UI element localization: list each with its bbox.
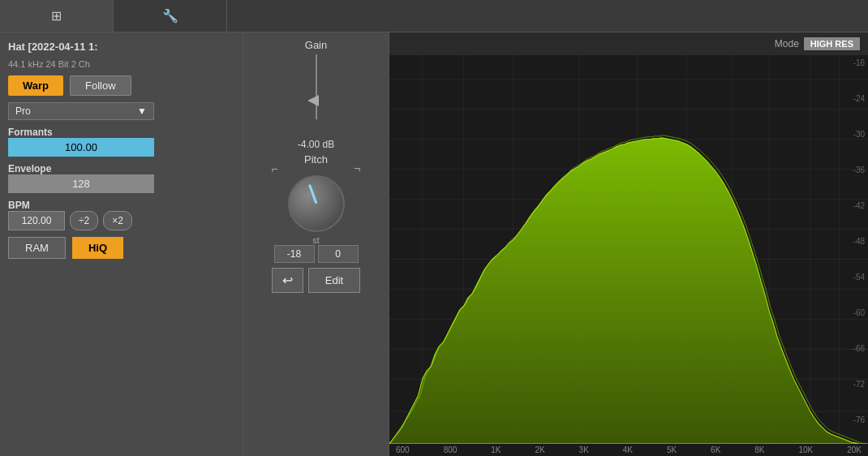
tune-icon: 🔧 xyxy=(162,8,178,24)
divide-button[interactable]: ÷2 xyxy=(70,211,98,230)
spectrum-canvas: -16 -24 -30 -36 -42 -48 -54 -60 -66 -72 … xyxy=(389,55,868,444)
x-label-5k: 5K xyxy=(667,445,677,454)
bracket-right-icon: ¬ xyxy=(354,162,360,175)
tab-bar: ⊞ 🔧 xyxy=(0,0,868,32)
pitch-min-input[interactable]: -18 xyxy=(274,245,315,263)
pitch-range-row: -18 0 xyxy=(274,245,359,263)
spectrum-svg xyxy=(389,55,868,444)
x-label-800: 800 xyxy=(444,445,458,454)
db-label-11: -76 xyxy=(843,415,865,424)
envelope-input[interactable]: 128 xyxy=(8,174,154,193)
bracket-left-icon: ⌐ xyxy=(272,162,278,175)
bottom-btns-row: ↩ Edit xyxy=(272,268,360,293)
db-label-3: -30 xyxy=(843,130,865,139)
bpm-input[interactable]: 120.00 xyxy=(8,211,65,230)
dropdown-row: Pro ▼ xyxy=(8,102,234,120)
db-label-1: -16 xyxy=(843,58,865,67)
file-info: 44.1 kHz 24 Bit 2 Ch xyxy=(8,59,234,69)
formants-input[interactable]: 100.00 xyxy=(8,138,154,157)
db-label-5: -42 xyxy=(843,201,865,210)
bpm-label: BPM xyxy=(8,200,234,211)
spectrum-x-labels: 600 800 1K 2K 3K 4K 5K 6K 8K 10K 20K xyxy=(389,444,868,456)
x-label-600: 600 xyxy=(396,445,410,454)
right-panel: Mode HIGH RES xyxy=(389,32,868,456)
gain-value: -4.00 dB xyxy=(298,139,334,150)
gain-label: Gain xyxy=(305,39,327,51)
db-label-10: -72 xyxy=(843,380,865,389)
db-label-8: -60 xyxy=(843,308,865,317)
x-label-8k: 8K xyxy=(754,445,764,454)
multiply-button[interactable]: ×2 xyxy=(103,211,132,230)
x-label-20k: 20K xyxy=(847,445,862,454)
pitch-unit: st xyxy=(312,235,320,245)
ram-button[interactable]: RAM xyxy=(8,237,66,259)
file-name: Hat [2022-04-11 1: xyxy=(8,41,234,53)
db-label-7: -54 xyxy=(843,273,865,282)
left-panel: Hat [2022-04-11 1: 44.1 kHz 24 Bit 2 Ch … xyxy=(0,32,243,456)
pitch-center-input[interactable]: 0 xyxy=(318,245,359,263)
db-scale: -16 -24 -30 -36 -42 -48 -54 -60 -66 -72 … xyxy=(840,55,868,428)
reset-button[interactable]: ↩ xyxy=(272,268,303,293)
x-label-3k: 3K xyxy=(579,445,589,454)
pitch-bracket: ⌐ ¬ xyxy=(272,162,361,175)
db-label-6: -48 xyxy=(843,237,865,246)
envelope-section: Envelope 128 xyxy=(8,163,234,193)
mode-label: Mode xyxy=(775,38,799,49)
main-content: Hat [2022-04-11 1: 44.1 kHz 24 Bit 2 Ch … xyxy=(0,32,868,456)
db-label-4: -36 xyxy=(843,166,865,174)
mode-dropdown[interactable]: Pro ▼ xyxy=(8,102,154,120)
ram-hiq-row: RAM HiQ xyxy=(8,237,234,259)
bpm-section: BPM 120.00 ÷2 ×2 xyxy=(8,200,234,230)
hiq-button[interactable]: HiQ xyxy=(72,237,123,259)
svg-marker-22 xyxy=(389,138,868,444)
db-label-9: -66 xyxy=(843,344,865,353)
grid-icon: ⊞ xyxy=(51,8,62,24)
tab-tune[interactable]: 🔧 xyxy=(114,0,227,32)
gain-line xyxy=(316,54,317,119)
warp-follow-row: Warp Follow xyxy=(8,75,234,96)
pitch-indicator xyxy=(308,184,317,204)
bpm-row: 120.00 ÷2 ×2 xyxy=(8,211,234,230)
db-label-2: -24 xyxy=(843,94,865,103)
middle-panel: Gain -4.00 dB Pitch ⌐ ¬ st -18 0 ↩ Edit xyxy=(243,32,389,456)
tab-grid[interactable]: ⊞ xyxy=(0,0,114,32)
warp-button[interactable]: Warp xyxy=(8,75,63,96)
x-label-10k: 10K xyxy=(798,445,813,454)
gain-slider[interactable] xyxy=(316,54,317,136)
chevron-down-icon: ▼ xyxy=(137,105,147,117)
x-label-1k: 1K xyxy=(491,445,501,454)
formants-label: Formants xyxy=(8,127,234,138)
envelope-label: Envelope xyxy=(8,163,234,174)
x-label-4k: 4K xyxy=(623,445,633,454)
formants-section: Formants 100.00 xyxy=(8,127,234,157)
x-label-6k: 6K xyxy=(711,445,720,454)
dropdown-value: Pro xyxy=(15,105,31,117)
follow-button[interactable]: Follow xyxy=(70,75,131,96)
right-panel-top: Mode HIGH RES xyxy=(389,32,868,55)
gain-handle xyxy=(307,95,319,106)
mode-button[interactable]: HIGH RES xyxy=(804,37,860,50)
pitch-knob-container: ⌐ ¬ xyxy=(284,169,349,234)
edit-button[interactable]: Edit xyxy=(308,268,360,293)
x-label-2k: 2K xyxy=(535,445,544,454)
pitch-knob[interactable] xyxy=(288,175,345,232)
